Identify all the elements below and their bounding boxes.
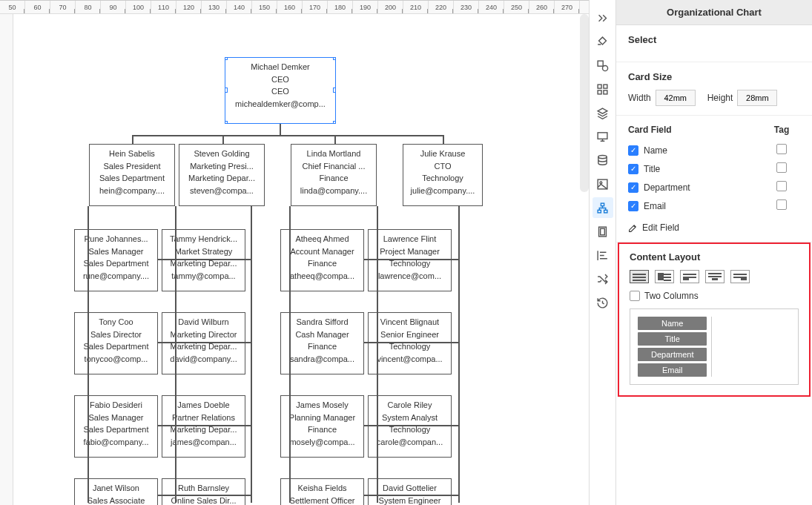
preview-field-chip[interactable]: Title	[638, 332, 707, 346]
org-node[interactable]: Vincent BlignautSenior EngineerTechnolog…	[368, 312, 452, 374]
shuffle-icon[interactable]	[593, 268, 613, 289]
scrollbar-vertical[interactable]	[580, 14, 589, 192]
node-department: Finance	[283, 340, 362, 353]
field-checkbox[interactable]	[628, 182, 638, 193]
svg-rect-3	[604, 85, 607, 88]
preview-field-chip[interactable]: Name	[638, 317, 707, 330]
node-name: Sandra Sifford	[283, 316, 362, 329]
tag-checkbox[interactable]	[776, 199, 787, 210]
org-node[interactable]: James DoeblePartner RelationsMarketing D…	[162, 395, 245, 458]
ruler-tick: 160	[277, 1, 303, 13]
field-row: Title	[628, 159, 800, 178]
node-title: CEO	[227, 73, 334, 86]
align-icon[interactable]	[593, 245, 613, 265]
field-row: Email	[628, 197, 800, 215]
layout-option-1[interactable]	[630, 270, 649, 283]
org-node-root[interactable]: Michael Demker CEO CEO michealdemker@com…	[225, 57, 336, 124]
field-row: Department	[628, 178, 800, 197]
svg-rect-11	[598, 210, 601, 213]
fill-icon[interactable]	[593, 31, 613, 52]
selection-handle[interactable]	[333, 121, 336, 124]
shape-icon[interactable]	[593, 55, 613, 76]
node-department: Technology	[405, 172, 481, 185]
presentation-icon[interactable]	[593, 126, 613, 147]
ruler-tick: 140	[227, 1, 252, 13]
org-node[interactable]: Julie KrauseCTOTechnologyjulie@company..…	[403, 144, 483, 206]
node-department: Finance	[293, 172, 374, 185]
selection-handle[interactable]	[333, 88, 336, 93]
database-icon[interactable]	[593, 150, 613, 171]
preview-field-chip[interactable]: Email	[638, 363, 707, 377]
org-node[interactable]: Lawrence FlintProject ManagerTechnologyl…	[368, 229, 452, 291]
org-node[interactable]: Janet WilsonSales Associate	[74, 478, 158, 505]
org-node[interactable]: Atheeq AhmedAccount ManagerFinanceatheeq…	[280, 229, 364, 291]
svg-rect-14	[601, 228, 605, 235]
node-department: Finance	[283, 423, 362, 436]
selection-handle[interactable]	[225, 88, 228, 93]
layout-option-4[interactable]	[705, 270, 724, 283]
ruler-tick: 90	[101, 1, 126, 13]
node-name: Linda Mortland	[293, 148, 374, 160]
selection-handle[interactable]	[333, 57, 336, 60]
node-title: Project Manager	[370, 245, 449, 258]
ruler-tick: 230	[454, 1, 479, 13]
org-node[interactable]: Fabio DesideriSales ManagerSales Departm…	[74, 395, 158, 458]
content-layout-section: Content Layout Two Columns NameTitleDepa…	[618, 242, 811, 397]
org-node[interactable]: Rune Johannes...Sales ManagerSales Depar…	[74, 229, 158, 291]
org-node[interactable]: Carole RileySystem AnalystTechnologycaro…	[368, 395, 452, 458]
org-node[interactable]: David GottelierSystem Engineer	[368, 478, 452, 505]
org-node[interactable]: Steven GoldingMarketing Presi...Marketin…	[179, 144, 265, 206]
tag-checkbox[interactable]	[776, 144, 787, 154]
ruler-tick: 250	[504, 1, 529, 13]
canvas[interactable]: Michael Demker CEO CEO michealdemker@com…	[13, 14, 589, 505]
canvas-area[interactable]: 5060708090100110120130140150160170180190…	[0, 0, 589, 505]
field-checkbox[interactable]	[628, 201, 638, 211]
selection-handle[interactable]	[225, 57, 228, 60]
org-node[interactable]: David WilburnMarketing DirectorMarketing…	[162, 312, 245, 374]
org-node[interactable]: Ruth BarnsleyOnline Sales Dir...	[162, 478, 245, 505]
layout-option-3[interactable]	[680, 270, 699, 283]
node-name: Julie Krause	[405, 148, 481, 160]
image-icon[interactable]	[593, 174, 613, 194]
org-node[interactable]: Hein SabelisSales PresidentSales Departm…	[89, 144, 175, 206]
node-department: CEO	[227, 85, 334, 98]
node-email: steven@compa...	[181, 185, 263, 197]
tag-checkbox[interactable]	[776, 181, 787, 191]
field-checkbox[interactable]	[628, 145, 638, 156]
two-columns-checkbox[interactable]	[630, 291, 640, 301]
field-checkbox[interactable]	[628, 164, 638, 174]
grid-icon[interactable]	[593, 79, 613, 99]
ruler-tick: 210	[403, 1, 429, 13]
layout-option-5[interactable]	[730, 270, 750, 283]
preview-field-chip[interactable]: Department	[638, 348, 707, 361]
org-node[interactable]: Tammy Hendrick...Market StrategyMarketin…	[162, 229, 245, 291]
org-node[interactable]: Tony CooSales DirectorSales Departmentto…	[74, 312, 158, 374]
org-node[interactable]: Sandra SiffordCash ManagerFinancesandra@…	[280, 312, 364, 374]
node-title: Account Manager	[283, 245, 362, 258]
ruler-vertical	[0, 1, 13, 505]
edit-field-button[interactable]: Edit Field	[628, 222, 800, 233]
node-title: Marketing Presi...	[181, 160, 263, 173]
node-name: Steven Golding	[181, 148, 263, 160]
layout-option-2[interactable]	[655, 270, 674, 283]
org-node[interactable]: Linda MortlandChief Financial ...Finance…	[291, 144, 377, 206]
org-chart-icon[interactable]	[593, 197, 613, 218]
org-node[interactable]: James MoselyPlanning ManagerFinancemosel…	[280, 395, 364, 458]
height-label: Height	[707, 93, 733, 103]
tag-checkbox[interactable]	[776, 162, 787, 173]
ruler-tick: 180	[328, 1, 353, 13]
height-input[interactable]	[737, 90, 777, 106]
ruler-horizontal: 5060708090100110120130140150160170180190…	[0, 1, 589, 14]
node-name: Michael Demker	[227, 61, 334, 73]
selection-handle[interactable]	[225, 121, 228, 124]
ruler-tick: 100	[126, 1, 151, 13]
node-department: Marketing Depar...	[181, 172, 263, 185]
expand-panel-icon[interactable]	[593, 7, 613, 28]
page-icon[interactable]	[593, 221, 613, 242]
org-node[interactable]: Keisha FieldsSettlement Officer	[280, 478, 364, 505]
layers-icon[interactable]	[593, 102, 613, 123]
history-icon[interactable]	[593, 292, 613, 313]
width-input[interactable]	[656, 90, 696, 106]
svg-rect-6	[598, 132, 607, 139]
svg-point-7	[598, 155, 607, 158]
